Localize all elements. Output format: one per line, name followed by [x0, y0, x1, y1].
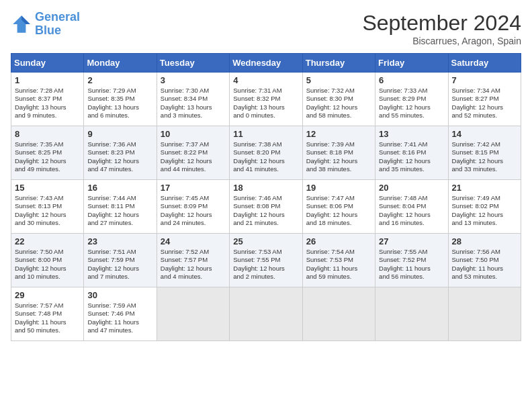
day-number: 14: [452, 129, 517, 139]
cell-info: Sunset: 8:13 PM: [15, 202, 80, 210]
cell-info: and 9 minutes.: [15, 111, 80, 120]
cell-info: Sunset: 7:59 PM: [87, 256, 152, 264]
cell-info: and 47 minutes.: [87, 165, 152, 173]
calendar-cell: 14Sunrise: 7:42 AMSunset: 8:15 PMDayligh…: [448, 126, 521, 180]
day-number: 22: [15, 236, 80, 246]
cell-info: Sunrise: 7:52 AM: [161, 248, 226, 256]
cell-info: Sunrise: 7:50 AM: [15, 248, 80, 256]
cell-info: Sunset: 8:04 PM: [379, 202, 444, 210]
calendar-cell: 1Sunrise: 7:28 AMSunset: 8:37 PMDaylight…: [11, 73, 84, 126]
cell-info: Sunrise: 7:51 AM: [87, 248, 152, 256]
day-number: 30: [87, 290, 152, 300]
calendar-cell: 6Sunrise: 7:33 AMSunset: 8:29 PMDaylight…: [375, 73, 448, 126]
cell-info: Sunset: 8:25 PM: [15, 148, 80, 156]
cell-info: Sunset: 8:27 PM: [452, 95, 517, 103]
cell-info: and 55 minutes.: [379, 111, 444, 120]
cell-info: Sunset: 7:48 PM: [15, 310, 80, 318]
cell-info: Daylight: 11 hours: [15, 318, 80, 326]
header-tuesday: Tuesday: [157, 54, 229, 73]
cell-info: and 13 minutes.: [452, 219, 517, 227]
cell-info: Daylight: 13 hours: [233, 103, 298, 111]
cell-info: Sunrise: 7:30 AM: [161, 87, 226, 95]
cell-info: Sunset: 8:29 PM: [379, 95, 444, 103]
cell-info: and 4 minutes.: [161, 273, 226, 281]
cell-info: Sunset: 8:18 PM: [306, 148, 371, 156]
calendar-cell: 21Sunrise: 7:49 AMSunset: 8:02 PMDayligh…: [448, 180, 521, 234]
calendar-cell: 4Sunrise: 7:31 AMSunset: 8:32 PMDaylight…: [230, 73, 302, 126]
cell-info: Sunrise: 7:43 AM: [15, 194, 80, 202]
cell-info: Sunrise: 7:55 AM: [379, 248, 444, 256]
cell-info: Sunrise: 7:39 AM: [306, 140, 371, 148]
day-number: 27: [379, 236, 444, 246]
cell-info: Sunset: 8:35 PM: [87, 95, 152, 103]
cell-info: Sunrise: 7:38 AM: [233, 140, 298, 148]
logo-icon: [11, 13, 32, 35]
month-title: September 2024: [362, 11, 521, 36]
day-number: 20: [379, 183, 444, 193]
day-number: 25: [233, 236, 298, 246]
day-number: 10: [161, 129, 226, 139]
day-number: 26: [306, 236, 371, 246]
day-number: 11: [233, 129, 298, 139]
cell-info: Sunrise: 7:49 AM: [452, 194, 517, 202]
logo: General Blue: [11, 11, 80, 38]
header-saturday: Saturday: [448, 54, 521, 73]
cell-info: Sunset: 8:11 PM: [87, 202, 152, 210]
cell-info: and 50 minutes.: [15, 326, 80, 334]
calendar-cell: [230, 287, 302, 341]
logo-line1: General: [35, 10, 80, 24]
day-number: 23: [87, 236, 152, 246]
cell-info: and 10 minutes.: [15, 273, 80, 281]
cell-info: Daylight: 11 hours: [379, 265, 444, 273]
cell-info: and 38 minutes.: [306, 165, 371, 173]
cell-info: Sunset: 8:08 PM: [233, 202, 298, 210]
cell-info: Sunrise: 7:48 AM: [379, 194, 444, 202]
calendar-cell: 11Sunrise: 7:38 AMSunset: 8:20 PMDayligh…: [230, 126, 302, 180]
day-number: 2: [87, 75, 152, 85]
cell-info: Sunrise: 7:31 AM: [233, 87, 298, 95]
calendar-cell: 28Sunrise: 7:56 AMSunset: 7:50 PMDayligh…: [448, 234, 521, 287]
cell-info: Sunrise: 7:32 AM: [306, 87, 371, 95]
cell-info: Sunset: 8:22 PM: [161, 148, 226, 156]
calendar-cell: 16Sunrise: 7:44 AMSunset: 8:11 PMDayligh…: [84, 180, 157, 234]
calendar-cell: 3Sunrise: 7:30 AMSunset: 8:34 PMDaylight…: [157, 73, 229, 126]
cell-info: Daylight: 12 hours: [306, 211, 371, 219]
calendar-cell: 27Sunrise: 7:55 AMSunset: 7:52 PMDayligh…: [375, 234, 448, 287]
cell-info: and 41 minutes.: [233, 165, 298, 173]
cell-info: and 21 minutes.: [233, 219, 298, 227]
cell-info: and 59 minutes.: [306, 273, 371, 281]
day-number: 24: [161, 236, 226, 246]
header-thursday: Thursday: [302, 54, 375, 73]
cell-info: Sunrise: 7:42 AM: [452, 140, 517, 148]
cell-info: Sunrise: 7:44 AM: [87, 194, 152, 202]
cell-info: Daylight: 12 hours: [379, 157, 444, 165]
cell-info: Daylight: 12 hours: [87, 265, 152, 273]
cell-info: Daylight: 12 hours: [15, 157, 80, 165]
cell-info: Sunrise: 7:36 AM: [87, 140, 152, 148]
calendar-cell: 23Sunrise: 7:51 AMSunset: 7:59 PMDayligh…: [84, 234, 157, 287]
week-row-3: 15Sunrise: 7:43 AMSunset: 8:13 PMDayligh…: [11, 180, 521, 234]
cell-info: Daylight: 13 hours: [161, 103, 226, 111]
title-block: September 2024 Biscarrues, Aragon, Spain: [362, 11, 521, 46]
cell-info: Sunset: 8:00 PM: [15, 256, 80, 264]
cell-info: and 18 minutes.: [306, 219, 371, 227]
day-number: 18: [233, 183, 298, 193]
week-row-2: 8Sunrise: 7:35 AMSunset: 8:25 PMDaylight…: [11, 126, 521, 180]
cell-info: Sunset: 7:46 PM: [87, 310, 152, 318]
cell-info: Daylight: 12 hours: [452, 211, 517, 219]
day-number: 17: [161, 183, 226, 193]
header-wednesday: Wednesday: [230, 54, 302, 73]
cell-info: Sunrise: 7:33 AM: [379, 87, 444, 95]
cell-info: Daylight: 12 hours: [452, 103, 517, 111]
day-number: 29: [15, 290, 80, 300]
day-number: 21: [452, 183, 517, 193]
cell-info: Sunset: 7:57 PM: [161, 256, 226, 264]
cell-info: Sunset: 7:50 PM: [452, 256, 517, 264]
cell-info: Daylight: 12 hours: [15, 265, 80, 273]
day-number: 16: [87, 183, 152, 193]
cell-info: Sunset: 8:37 PM: [15, 95, 80, 103]
calendar-cell: 7Sunrise: 7:34 AMSunset: 8:27 PMDaylight…: [448, 73, 521, 126]
week-row-5: 29Sunrise: 7:57 AMSunset: 7:48 PMDayligh…: [11, 287, 521, 341]
header-monday: Monday: [84, 54, 157, 73]
calendar-cell: 9Sunrise: 7:36 AMSunset: 8:23 PMDaylight…: [84, 126, 157, 180]
